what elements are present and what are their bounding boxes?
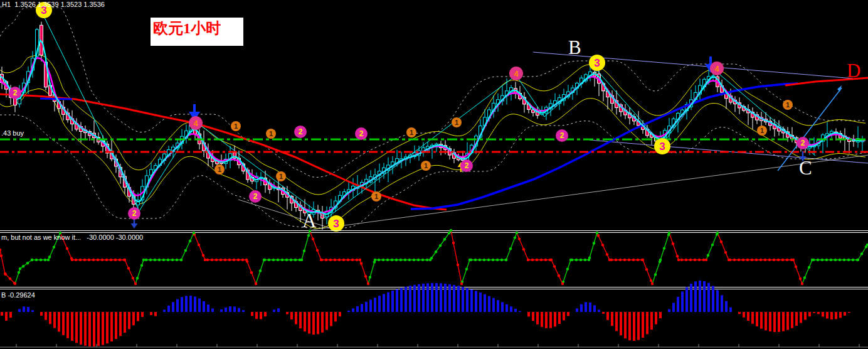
svg-text:1: 1 [410,129,413,136]
semafor-2-marker: 2 [355,127,368,140]
semafor-3-marker: 3 [654,138,670,154]
wave-label-a: A [302,210,316,232]
wave-label-d: D [847,60,860,82]
semafor-3-marker: 3 [589,55,605,71]
svg-text:2: 2 [359,129,364,138]
semafor-1-marker: 1 [214,164,225,174]
svg-text:4: 4 [514,69,519,78]
buy-signal-label: .43 buy [1,129,24,137]
svg-text:1: 1 [760,127,764,134]
semafor-2-marker: 2 [249,190,262,203]
semafor-2-marker: 2 [797,137,809,149]
semafor-4-marker: 4 [710,62,724,75]
svg-text:1: 1 [269,130,273,137]
semafor-2-marker: 2 [556,129,568,142]
svg-text:1: 1 [279,173,283,180]
semafor-1-marker: 1 [757,126,767,136]
semafor-1-marker: 1 [452,117,462,127]
svg-text:2: 2 [465,161,469,170]
svg-text:3: 3 [594,57,600,69]
wave-label-b: B [568,36,581,59]
semafor-4-marker: 4 [509,67,523,80]
svg-text:2: 2 [13,89,18,97]
svg-text:1: 1 [455,119,458,126]
semafor-2-marker: 2 [294,126,307,138]
wave-label-c: C [799,157,812,180]
indicator2-panel [1,281,850,346]
note-box-label: 欧元1小时 [153,18,221,38]
svg-text:2: 2 [253,192,258,201]
svg-text:1: 1 [786,101,790,109]
svg-text:2: 2 [560,131,564,140]
svg-text:2: 2 [132,209,137,218]
ohlc-readout: ,H1 1.3526 1.3539 1.3523 1.3536 [0,1,105,8]
svg-text:1: 1 [218,166,221,173]
svg-text:1: 1 [234,122,238,130]
semafor-1-marker: 1 [783,100,793,110]
semafor-1-marker: 1 [266,129,276,139]
svg-text:3: 3 [659,141,665,153]
svg-text:2: 2 [299,127,303,136]
svg-text:4: 4 [193,119,198,128]
svg-text:3: 3 [333,218,339,230]
semafor-2-marker: 2 [9,87,21,99]
indicator1-label: m, but not as we know it... -30.0000 -30… [1,234,143,241]
down-arrow [131,218,138,228]
svg-text:1: 1 [424,162,428,169]
trading-chart-window: 3333222222221111111111444 ,H1 1.3526 1.3… [0,0,868,349]
semafor-2-marker: 2 [460,159,473,172]
semafor-3-marker: 3 [328,215,344,232]
svg-text:4: 4 [714,64,719,73]
semafor-1-marker: 1 [371,191,381,201]
svg-text:1: 1 [374,193,378,200]
svg-text:2: 2 [801,139,805,148]
semafor-1-marker: 1 [406,127,416,137]
semafor-1-marker: 1 [231,121,241,131]
note-box: 欧元1小时 [151,18,243,46]
semafor-1-marker: 1 [421,161,431,171]
main-price-panel [0,8,868,232]
time-axis [0,344,868,347]
indicator2-label: B -0.29624 [1,291,35,299]
semafor-1-marker: 1 [276,171,286,181]
semafor-2-marker: 2 [128,207,140,220]
semafor-4-marker: 4 [189,116,203,130]
chart-canvas[interactable]: 3333222222221111111111444 [0,0,868,349]
